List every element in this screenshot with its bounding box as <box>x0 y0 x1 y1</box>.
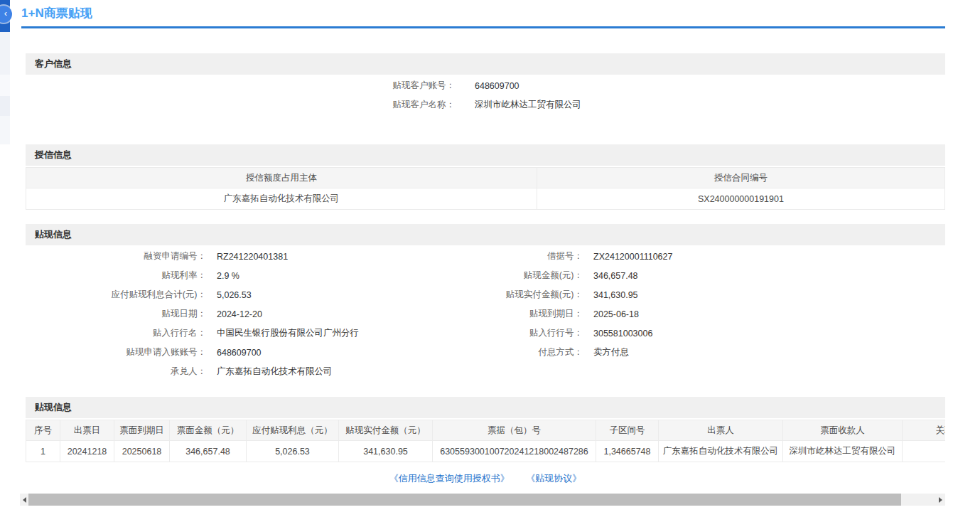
acceptor-value: 广东嘉拓自动化技术有限公司 <box>217 366 333 378</box>
field-row: 贴现客户账号： 648609700 <box>26 76 945 95</box>
credit-section-title: 授信信息 <box>26 144 945 166</box>
customer-fields: 贴现客户账号： 648609700 贴现客户名称： 深圳市屹林达工贸有限公司 <box>26 75 945 114</box>
discount-info-section: 贴现信息 融资申请编号： RZ241220401381 贴现利率： 2.9 % … <box>26 224 945 381</box>
col-sub-range: 子区间号 <box>596 420 659 441</box>
sidebar-menu-strip <box>0 96 10 116</box>
col-issue-date: 出票日 <box>60 420 114 441</box>
scrollbar-right-arrow[interactable] <box>935 494 945 506</box>
loan-receipt-no-value: ZX24120001110627 <box>593 252 672 262</box>
cell-related-trade: 查看 <box>903 441 946 462</box>
credit-table: 授信额度占用主体 授信合同编号 广东嘉拓自动化技术有限公司 SX24000000… <box>26 167 945 210</box>
field-row: 贴现利率： 2.9 % <box>26 266 485 285</box>
paid-amount-label: 贴现实付金额(元)： <box>485 289 583 301</box>
cell-bill-no: 630559300100720241218002487286 <box>433 441 596 462</box>
page: ‹ 1+N商票贴现 客户信息 贴现客户账号： 648609700 贴现客户名称：… <box>0 0 980 522</box>
field-row: 贴入行行号： 305581003006 <box>485 324 945 343</box>
bills-section-title: 贴现信息 <box>26 397 945 418</box>
discount-fields: 融资申请编号： RZ241220401381 贴现利率： 2.9 % 应付贴现利… <box>26 245 945 381</box>
financing-apply-no-label: 融资申请编号： <box>26 250 206 262</box>
table-row: 1 20241218 20250618 346,657.48 5,026.53 … <box>26 441 946 462</box>
bills-table-clip: 序号 出票日 票面到期日 票面金额（元） 应付贴现利息（元） 贴现实付金额（元）… <box>26 420 945 462</box>
credit-info-section: 授信信息 授信额度占用主体 授信合同编号 广东嘉拓自动化技术有限公司 SX240… <box>26 144 945 210</box>
discount-bank-no-value: 305581003006 <box>593 329 652 339</box>
discount-section-title: 贴现信息 <box>26 224 945 245</box>
field-row: 贴入行行名： 中国民生银行股份有限公司广州分行 <box>26 324 485 343</box>
discount-amount-value: 346,657.48 <box>593 271 638 281</box>
credit-in-account-value: 648609700 <box>217 348 262 358</box>
cell-payee: 深圳市屹林达工贸有限公司 <box>783 441 903 462</box>
discount-bank-name-value: 中国民生银行股份有限公司广州分行 <box>217 327 359 339</box>
sidebar-menu-strip <box>0 75 10 96</box>
col-face-amount: 票面金额（元） <box>170 420 247 441</box>
discount-amount-label: 贴现金额(元)： <box>485 270 583 282</box>
page-header: 1+N商票贴现 <box>21 6 945 28</box>
discount-due-date-value: 2025-06-18 <box>593 309 639 319</box>
credit-contract-cell: SX240000000191901 <box>537 188 944 210</box>
field-row: 贴现金额(元)： 346,657.48 <box>485 266 945 285</box>
field-row: 贴现实付金额(元)： 341,630.95 <box>485 285 945 304</box>
col-paid-amount: 贴现实付金额（元） <box>339 420 433 441</box>
credit-table-header-row: 授信额度占用主体 授信合同编号 <box>26 168 945 188</box>
col-payee: 票面收款人 <box>783 420 903 441</box>
page-title: 1+N商票贴现 <box>21 6 945 21</box>
bills-info-section: 贴现信息 序号 出票日 票面到期日 票面金额（元） 应付贴现利息（元） 贴现实付… <box>26 397 945 462</box>
cell-sub-range: 1,34665748 <box>596 441 659 462</box>
acceptor-label: 承兑人： <box>26 366 206 378</box>
cell-face-amount: 346,657.48 <box>170 441 247 462</box>
interest-pay-method-value: 卖方付息 <box>593 346 629 358</box>
cell-issue-date: 20241218 <box>60 441 114 462</box>
bills-table: 序号 出票日 票面到期日 票面金额（元） 应付贴现利息（元） 贴现实付金额（元）… <box>26 420 945 462</box>
triangle-left-icon <box>23 497 26 503</box>
credit-in-account-label: 贴现申请入账账号： <box>26 346 206 358</box>
col-drawer: 出票人 <box>659 420 783 441</box>
field-row: 借据号： ZX24120001110627 <box>485 247 945 266</box>
interest-total-value: 5,026.53 <box>217 290 252 300</box>
sidebar-collapse-button[interactable]: ‹ <box>0 6 12 23</box>
discount-rate-label: 贴现利率： <box>26 270 206 282</box>
field-row: 贴现日期： 2024-12-20 <box>26 304 485 324</box>
credit-subject-cell: 广东嘉拓自动化技术有限公司 <box>26 188 537 210</box>
loan-receipt-no-label: 借据号： <box>485 250 583 262</box>
cell-due-date: 20250618 <box>114 441 170 462</box>
customer-info-section: 客户信息 贴现客户账号： 648609700 贴现客户名称： 深圳市屹林达工贸有… <box>26 53 945 114</box>
financing-apply-no-value: RZ241220401381 <box>217 252 288 262</box>
field-row: 贴现到期日： 2025-06-18 <box>485 304 945 324</box>
discount-account-value: 648609700 <box>475 81 519 91</box>
horizontal-scrollbar[interactable] <box>20 494 945 506</box>
interest-total-label: 应付贴现利息合计(元)： <box>26 289 206 301</box>
discount-due-date-label: 贴现到期日： <box>485 308 583 320</box>
triangle-right-icon <box>939 497 942 503</box>
credit-col-subject: 授信额度占用主体 <box>26 168 537 188</box>
discount-bank-no-label: 贴入行行号： <box>485 327 583 339</box>
credit-info-authorization-link[interactable]: 《信用信息查询使用授权书》 <box>389 473 510 484</box>
discount-bank-name-label: 贴入行行名： <box>26 327 206 339</box>
sidebar-menu-strip <box>0 116 10 144</box>
cell-interest: 5,026.53 <box>247 441 339 462</box>
cell-drawer: 广东嘉拓自动化技术有限公司 <box>659 441 783 462</box>
discount-account-label: 贴现客户账号： <box>26 80 455 92</box>
discount-rate-value: 2.9 % <box>217 271 239 281</box>
discount-date-label: 贴现日期： <box>26 308 206 320</box>
sidebar-menu-strip <box>0 32 10 75</box>
scrollbar-thumb[interactable] <box>28 494 901 506</box>
col-due-date: 票面到期日 <box>114 420 170 441</box>
paid-amount-value: 341,630.95 <box>593 290 638 300</box>
field-row: 承兑人： 广东嘉拓自动化技术有限公司 <box>26 362 485 381</box>
discount-date-value: 2024-12-20 <box>217 309 262 319</box>
discount-agreement-link[interactable]: 《贴现协议》 <box>526 473 581 484</box>
field-row: 贴现申请入账账号： 648609700 <box>26 343 485 362</box>
field-row: 贴现客户名称： 深圳市屹林达工贸有限公司 <box>26 95 945 114</box>
chevron-left-icon: ‹ <box>4 6 7 21</box>
field-row: 融资申请编号： RZ241220401381 <box>26 247 485 266</box>
bills-table-header-row: 序号 出票日 票面到期日 票面金额（元） 应付贴现利息（元） 贴现实付金额（元）… <box>26 420 946 441</box>
cell-paid-amount: 341,630.95 <box>339 441 433 462</box>
discount-customer-name-label: 贴现客户名称： <box>26 99 455 111</box>
sidebar-sliver: ‹ <box>0 0 10 522</box>
customer-section-title: 客户信息 <box>26 53 945 75</box>
cell-seq: 1 <box>26 441 60 462</box>
credit-col-contract: 授信合同编号 <box>537 168 944 188</box>
col-related-trade: 关联的贸易 <box>903 420 946 441</box>
col-bill-no: 票据（包）号 <box>433 420 596 441</box>
field-row: 应付贴现利息合计(元)： 5,026.53 <box>26 285 485 304</box>
discount-fields-right-column: 借据号： ZX24120001110627 贴现金额(元)： 346,657.4… <box>485 247 945 381</box>
